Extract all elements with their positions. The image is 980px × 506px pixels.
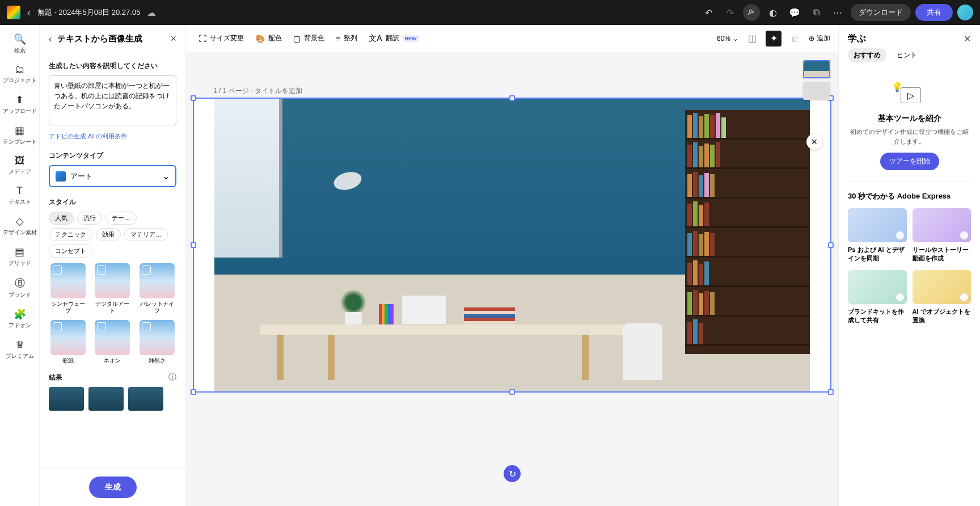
svg-point-0	[750, 10, 753, 12]
page-label[interactable]: 1 / 1 ページ - タイトルを追加	[213, 86, 302, 96]
selection-handle[interactable]	[828, 389, 834, 395]
style-thumb	[140, 320, 175, 355]
chip-trend[interactable]: 流行	[77, 212, 102, 225]
tutorial-card[interactable]: ブランドキットを作成して共有	[848, 270, 907, 325]
rail-upload[interactable]: ⬆アップロード	[3, 90, 37, 119]
terms-link[interactable]: アドビの生成 AI の利用条件	[49, 132, 127, 141]
rail-search[interactable]: 🔍検索	[3, 29, 37, 58]
selection-handle[interactable]	[509, 95, 515, 101]
present-icon[interactable]: ⧉	[808, 4, 825, 21]
align-tool[interactable]: ≡整列	[331, 30, 362, 47]
page-thumb[interactable]	[803, 60, 830, 78]
tutorial-grid: Ps および Ai とデザインを同期 リールやストーリー動画を作成 ブランドキッ…	[848, 208, 971, 325]
intro-title: 基本ツールを紹介	[848, 113, 971, 124]
style-item[interactable]: 彩紙	[49, 320, 87, 364]
rail-media[interactable]: 🖼メディア	[3, 151, 37, 179]
style-item[interactable]: パレットナイフ	[138, 263, 176, 314]
rail-addon[interactable]: 🧩アドオン	[3, 305, 37, 333]
generate-button[interactable]: 生成	[89, 477, 137, 498]
chip-technique[interactable]: テクニック	[49, 228, 92, 241]
rail-brand[interactable]: Ⓑブランド	[3, 273, 37, 302]
content-type-dropdown[interactable]: アート ⌄	[49, 165, 176, 187]
bgcolor-tool[interactable]: ▢背景色	[289, 30, 329, 47]
prompt-input[interactable]	[49, 75, 176, 125]
comment-icon[interactable]: 💬	[786, 4, 803, 21]
tutorial-thumb	[848, 208, 907, 242]
cloud-sync-icon[interactable]: ☁	[147, 7, 156, 18]
chip-material[interactable]: マテリア…	[124, 228, 168, 241]
page-thumbnails	[803, 60, 830, 100]
user-invite-icon[interactable]	[743, 4, 760, 21]
tab-recommended[interactable]: おすすめ	[848, 48, 886, 62]
canvas-area: ⛶サイズ変更 🎨配色 ▢背景色 ≡整列 文A翻訳NEW 60%⌄ ◫ ✦ 🗑 ⊕…	[186, 25, 838, 506]
result-thumb[interactable]	[49, 387, 84, 411]
selection-handle[interactable]	[828, 242, 834, 248]
rail-premium[interactable]: ♛プレミアム	[3, 335, 37, 364]
media-icon: 🖼	[15, 155, 25, 167]
style-item[interactable]: 雑然さ	[138, 320, 176, 364]
restore-button[interactable]: ↻	[504, 465, 521, 482]
chip-theme[interactable]: テー…	[105, 212, 137, 225]
page-thumb-new[interactable]	[803, 82, 830, 100]
app-logo[interactable]	[7, 6, 20, 19]
tutorial-card[interactable]: Ps および Ai とデザインを同期	[848, 208, 907, 263]
generated-image[interactable]	[214, 99, 810, 391]
close-overlay-button[interactable]: ✕	[806, 134, 822, 150]
rail-text[interactable]: Tテキスト	[3, 182, 37, 209]
panel-title: テキストから画像生成	[57, 33, 164, 44]
search-icon: 🔍	[14, 33, 26, 45]
result-thumb[interactable]	[128, 387, 163, 411]
undo-icon[interactable]: ↶	[700, 4, 717, 21]
redo-icon[interactable]: ↷	[721, 4, 738, 21]
zoom-control[interactable]: 60%⌄	[717, 35, 738, 43]
artboard-selection[interactable]	[193, 98, 831, 393]
style-chips: 人気 流行 テー… テクニック 効果 マテリア… コンセプト	[49, 212, 176, 258]
translate-tool[interactable]: 文A翻訳NEW	[364, 30, 423, 47]
rail-shapes[interactable]: ◇デザイン素材	[3, 212, 37, 240]
add-page-button[interactable]: ⊕追加	[809, 33, 830, 43]
result-thumb[interactable]	[88, 387, 124, 411]
selection-handle[interactable]	[191, 95, 196, 101]
tutorial-thumb	[848, 270, 907, 304]
selection-handle[interactable]	[509, 389, 515, 395]
topbar: ‹ 無題 - 2024年5月08日 20.27.05 ☁ ↶ ↷ ◐ 💬 ⧉ ⋯…	[0, 0, 980, 25]
ai-toggle-icon[interactable]: ✦	[766, 31, 782, 47]
share-button[interactable]: 共有	[915, 4, 953, 21]
bulb-icon[interactable]: ◐	[764, 4, 782, 21]
check-icon	[895, 231, 905, 240]
intro-illustration: 💡 ▷	[893, 83, 927, 108]
tutorial-card[interactable]: リールやストーリー動画を作成	[913, 208, 971, 263]
info-icon[interactable]: ⓘ	[168, 372, 176, 382]
more-icon[interactable]: ⋯	[829, 4, 846, 21]
learn-panel: 学ぶ ✕ おすすめ ヒント 💡 ▷ 基本ツールを紹介 初めてのデザイン作成に役立…	[838, 25, 980, 506]
tab-hints[interactable]: ヒント	[891, 48, 923, 62]
resize-tool[interactable]: ⛶サイズ変更	[194, 30, 248, 47]
chip-concept[interactable]: コンセプト	[49, 244, 92, 258]
style-item[interactable]: シンセウェーブ	[49, 263, 87, 314]
back-button[interactable]: ‹	[27, 7, 31, 19]
style-item[interactable]: デジタルアート	[93, 263, 132, 314]
panel-back-icon[interactable]: ‹	[49, 34, 52, 44]
chip-popular[interactable]: 人気	[49, 212, 74, 225]
selection-handle[interactable]	[191, 242, 196, 248]
rail-template[interactable]: ▦テンプレート	[3, 121, 37, 149]
chip-effect[interactable]: 効果	[96, 228, 121, 241]
colors-tool[interactable]: 🎨配色	[251, 30, 286, 47]
brand-icon: Ⓑ	[15, 276, 25, 290]
layers-icon[interactable]: ◫	[744, 31, 760, 47]
style-item[interactable]: ネオン	[93, 320, 132, 364]
document-title[interactable]: 無題 - 2024年5月08日 20.27.05	[37, 7, 140, 18]
rail-grid[interactable]: ▤グリッド	[3, 242, 37, 271]
rail-project[interactable]: 🗂プロジェクト	[3, 60, 37, 88]
template-icon: ▦	[15, 124, 24, 137]
learn-close-icon[interactable]: ✕	[964, 33, 971, 44]
delete-icon[interactable]: 🗑	[787, 31, 803, 47]
canvas-viewport[interactable]: 1 / 1 ページ - タイトルを追加	[186, 52, 838, 506]
download-button[interactable]: ダウンロード	[851, 4, 911, 21]
selection-handle[interactable]	[191, 389, 196, 395]
intro-desc: 初めてのデザイン作成に役立つ機能をご紹介します。	[848, 127, 971, 146]
tutorial-card[interactable]: AI でオブジェクトを置換	[913, 270, 971, 325]
user-avatar[interactable]	[957, 5, 973, 20]
start-tour-button[interactable]: ツアーを開始	[880, 153, 939, 170]
panel-close-icon[interactable]: ×	[170, 33, 176, 45]
